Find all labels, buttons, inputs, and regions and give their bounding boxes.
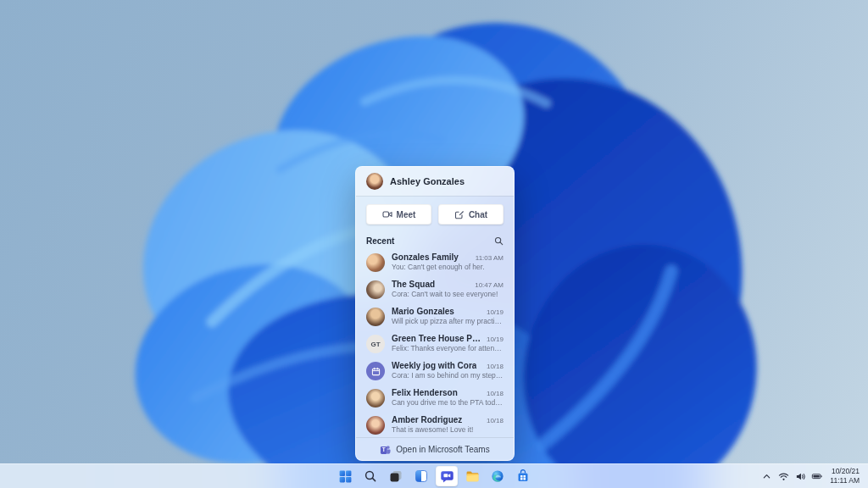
chat-flyout: Ashley Gonzales Meet Chat Recent: [355, 166, 515, 461]
chat-row-the-squad[interactable]: The Squad 10:47 AM Cora: Can't wait to s…: [356, 275, 514, 302]
compose-icon: [454, 209, 465, 219]
chat-time: 10/18: [487, 417, 504, 424]
desktop: Ashley Gonzales Meet Chat Recent: [0, 0, 868, 488]
chat-name: Gonzales Family: [392, 252, 459, 262]
chat-time: 10/18: [487, 363, 504, 370]
taskbar-center-icons: [334, 464, 534, 488]
avatar-green-tree-house-pta: GT: [366, 335, 385, 353]
chat-preview: You: Can't get enough of her.: [392, 263, 504, 271]
volume-icon[interactable]: [793, 466, 808, 486]
chat-row-felix-henderson[interactable]: Felix Henderson 10/18 Can you drive me t…: [356, 384, 514, 411]
chat-name: Felix Henderson: [392, 388, 458, 397]
video-camera-icon: [382, 209, 392, 219]
chat-name: Green Tree House PTA: [392, 334, 481, 343]
avatar-gonzales-family: [366, 253, 385, 272]
avatar-amber-rodriguez: [366, 416, 385, 435]
chat-row-green-tree-house-pta[interactable]: GT Green Tree House PTA 10/19 Felix: Tha…: [356, 330, 514, 357]
teams-logo-icon: T: [380, 444, 391, 455]
chat-preview: Can you drive me to the PTA today?: [392, 398, 504, 407]
chat-row-mario-gonzales[interactable]: Mario Gonzales 10/19 Will pick up pizza …: [356, 302, 514, 330]
chat-name: Mario Gonzales: [392, 307, 454, 316]
recent-header: Recent: [356, 232, 514, 248]
chat-preview: Felix: Thanks everyone for attending tod…: [392, 344, 504, 352]
chat-row-gonzales-family[interactable]: Gonzales Family 11:03 AM You: Can't get …: [356, 248, 514, 275]
wifi-icon[interactable]: [776, 466, 791, 486]
user-name: Ashley Gonzales: [390, 176, 465, 186]
chat-preview: Cora: I am so behind on my step goals.: [392, 371, 504, 380]
tray-date: 10/20/21: [830, 467, 860, 476]
teams-chat-icon: [440, 469, 454, 484]
meet-button[interactable]: Meet: [366, 204, 431, 225]
store-button[interactable]: [512, 466, 534, 486]
chat-flyout-header: Ashley Gonzales: [356, 167, 514, 196]
chat-name: Amber Rodriguez: [392, 415, 462, 424]
search-icon: [364, 469, 377, 483]
windows-start-icon: [338, 469, 353, 484]
system-tray: 10/20/21 11:11 AM: [759, 464, 865, 488]
chat-preview: That is awesome! Love it!: [392, 425, 504, 434]
task-view-icon: [389, 469, 403, 483]
chat-taskbar-button[interactable]: [436, 466, 458, 486]
svg-text:T: T: [382, 446, 386, 452]
avatar-mario-gonzales: [366, 308, 385, 326]
chat-time: 10/19: [487, 336, 504, 343]
widgets-button[interactable]: [410, 466, 432, 486]
chat-preview: Will pick up pizza after my practice.: [392, 317, 504, 325]
chat-row-weekly-jog[interactable]: Weekly jog with Cora 10/18 Cora: I am so…: [356, 357, 514, 384]
file-explorer-icon: [465, 469, 480, 484]
chat-time: 10/18: [487, 390, 504, 397]
avatar-felix-henderson: [366, 389, 385, 408]
task-view-button[interactable]: [385, 466, 407, 486]
chat-time: 10:47 AM: [475, 281, 504, 289]
chat-time: 11:03 AM: [476, 254, 504, 262]
widgets-icon: [415, 469, 428, 483]
battery-icon[interactable]: [810, 466, 825, 486]
chat-preview: Cora: Can't wait to see everyone!: [392, 290, 504, 298]
chat-button[interactable]: Chat: [438, 204, 504, 225]
user-avatar[interactable]: [366, 173, 383, 190]
edge-button[interactable]: [487, 466, 509, 486]
tray-time: 11:11 AM: [830, 476, 860, 485]
action-buttons: Meet Chat: [356, 197, 514, 232]
chat-button-label: Chat: [469, 210, 487, 219]
chat-name: The Squad: [392, 280, 435, 289]
clock[interactable]: 10/20/21 11:11 AM: [826, 467, 865, 485]
edge-icon: [491, 469, 504, 483]
microsoft-store-icon: [516, 469, 530, 483]
avatar-the-squad: [366, 280, 385, 299]
open-in-teams-label: Open in Microsoft Teams: [396, 445, 489, 454]
file-explorer-button[interactable]: [461, 466, 483, 486]
start-button[interactable]: [334, 466, 356, 486]
open-in-teams-button[interactable]: T Open in Microsoft Teams: [356, 437, 514, 460]
recent-label: Recent: [366, 236, 394, 246]
taskbar: 10/20/21 11:11 AM: [0, 463, 868, 488]
chat-time: 10/19: [487, 308, 504, 316]
chat-row-amber-rodriguez[interactable]: Amber Rodriguez 10/18 That is awesome! L…: [356, 411, 514, 437]
meet-button-label: Meet: [397, 210, 416, 219]
tray-chevron-up-icon[interactable]: [759, 466, 774, 486]
chat-name: Weekly jog with Cora: [392, 361, 476, 370]
search-button[interactable]: [359, 466, 381, 486]
search-icon[interactable]: [494, 236, 504, 246]
calendar-avatar-icon: [366, 362, 385, 380]
recent-chat-list: Gonzales Family 11:03 AM You: Can't get …: [356, 248, 514, 437]
